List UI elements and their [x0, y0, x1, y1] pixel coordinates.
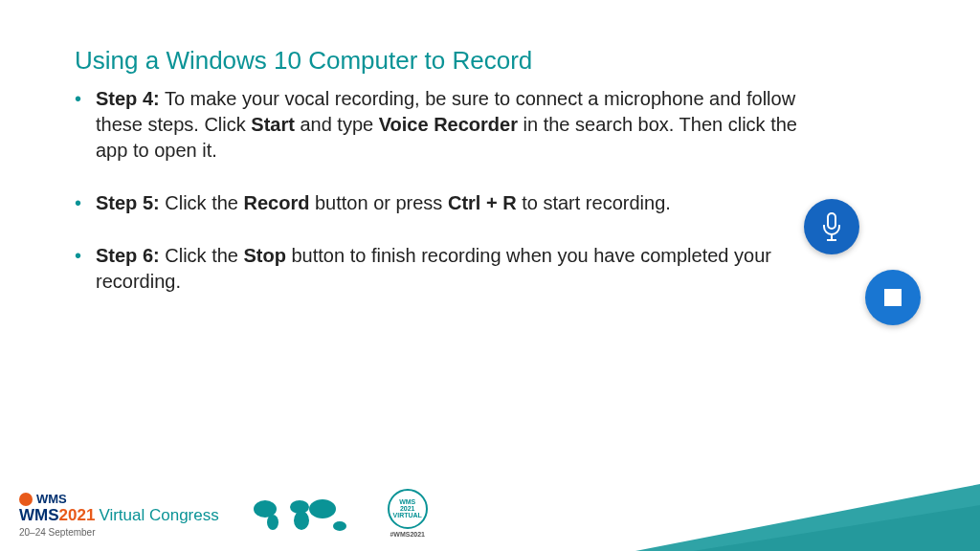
svg-point-8: [333, 521, 346, 531]
stop-icon: [865, 270, 921, 325]
sun-icon: [19, 493, 33, 506]
step-6-label: Step 6:: [96, 245, 160, 266]
wms-virtual-badge: WMS 2021 VIRTUAL #WMS2021: [384, 488, 432, 538]
step-6: Step 6: Click the Stop button to finish …: [75, 243, 821, 295]
svg-rect-0: [828, 213, 835, 229]
footer: WMS WMS2021Virtual Congress 20–24 Septem…: [19, 488, 432, 538]
slide-title: Using a Windows 10 Computer to Record: [75, 46, 532, 76]
microphone-icon: [804, 199, 859, 254]
svg-point-6: [294, 511, 309, 530]
step-4: Step 4: To make your vocal recording, be…: [75, 86, 821, 164]
decorative-triangle-teal: [635, 484, 980, 551]
step-5: Step 5: Click the Record button or press…: [75, 190, 821, 216]
step-5-label: Step 5:: [96, 192, 160, 213]
step-4-label: Step 4:: [96, 88, 160, 109]
svg-point-7: [309, 499, 336, 518]
wms-logo: WMS WMS2021Virtual Congress 20–24 Septem…: [19, 492, 219, 538]
svg-point-4: [267, 515, 278, 530]
slide-body: Step 4: To make your vocal recording, be…: [75, 86, 821, 321]
world-map-graphic: [244, 492, 359, 538]
event-dates: 20–24 September: [19, 527, 219, 538]
